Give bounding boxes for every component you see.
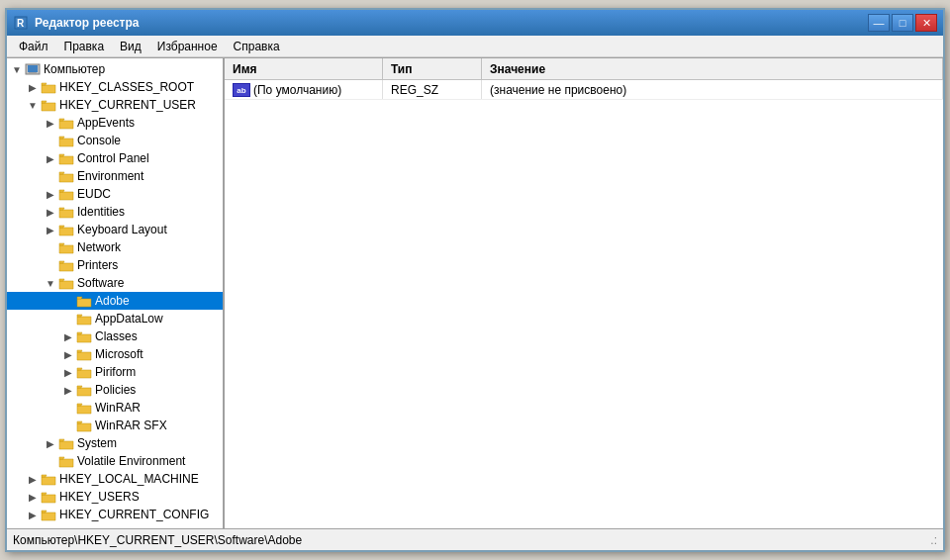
tree-label-keyboardlayout: Keyboard Layout: [77, 223, 167, 236]
tree-row-piriform[interactable]: ▶ Piriform: [7, 363, 223, 381]
folder-icon-winrar: [76, 401, 92, 415]
col-header-type: Тип: [383, 58, 482, 79]
tree-node-computer: ▼ Компьютер ▶: [7, 60, 223, 523]
detail-header: Имя Тип Значение: [225, 58, 943, 80]
folder-icon-controlpanel: [58, 151, 74, 165]
tree-row-classes[interactable]: ▶ Classes: [7, 327, 223, 345]
tree-row-network[interactable]: ▶ Network: [7, 238, 223, 256]
tree-row-identities[interactable]: ▶ Identities: [7, 203, 223, 221]
tree-row-hku[interactable]: ▶ HKEY_USERS: [7, 488, 223, 506]
folder-icon-microsoft: [76, 347, 92, 361]
menu-file[interactable]: Файл: [11, 36, 56, 56]
toggle-piriform[interactable]: ▶: [60, 364, 76, 380]
toggle-keyboardlayout[interactable]: ▶: [43, 222, 58, 237]
tree-row-computer[interactable]: ▼ Компьютер: [7, 60, 223, 78]
svg-text:R: R: [17, 18, 25, 29]
folder-icon-software: [58, 276, 74, 290]
tree-row-hkcc[interactable]: ▶ HKEY_CURRENT_CONFIG: [7, 506, 223, 523]
tree-row-eudc[interactable]: ▶ EUDC: [7, 185, 223, 203]
folder-icon-appdatalow: [76, 312, 92, 326]
folder-icon-volatile: [58, 454, 74, 468]
toggle-controlpanel[interactable]: ▶: [43, 150, 58, 166]
tree-row-microsoft[interactable]: ▶ Microsoft: [7, 345, 223, 363]
menu-favorites[interactable]: Избранное: [149, 36, 226, 56]
tree-row-winrarsfx[interactable]: ▶ WinRAR SFX: [7, 417, 223, 434]
status-right: .:: [930, 533, 937, 547]
tree-row-console[interactable]: ▶ Console: [7, 132, 223, 149]
folder-icon-appevents: [58, 116, 74, 130]
toggle-classes[interactable]: ▶: [60, 328, 76, 344]
folder-icon-hkcc: [41, 508, 56, 521]
main-content: ▼ Компьютер ▶: [7, 57, 943, 528]
tree-row-hkcr[interactable]: ▶ HKEY_CLASSES_ROOT: [7, 78, 223, 96]
toggle-identities[interactable]: ▶: [43, 204, 58, 220]
toggle-computer[interactable]: ▼: [9, 61, 25, 77]
tree-label-winrarsfx: WinRAR SFX: [95, 419, 167, 432]
toggle-hkcc[interactable]: ▶: [25, 507, 41, 522]
toggle-appevents[interactable]: ▶: [43, 115, 58, 131]
menubar: Файл Правка Вид Избранное Справка: [7, 36, 943, 57]
menu-help[interactable]: Справка: [226, 36, 288, 56]
folder-icon-network: [58, 240, 74, 254]
tree-row-winrar[interactable]: ▶ WinRAR: [7, 399, 223, 417]
tree-label-microsoft: Microsoft: [95, 347, 143, 361]
tree-label-hku: HKEY_USERS: [59, 490, 140, 504]
maximize-button[interactable]: □: [892, 14, 913, 32]
tree-label-hkcr: HKEY_CLASSES_ROOT: [59, 80, 194, 94]
tree-row-hkcu[interactable]: ▼ HKEY_CURRENT_USER: [7, 96, 223, 114]
toggle-hkcu[interactable]: ▼: [25, 97, 41, 113]
tree-row-volatile[interactable]: ▶ Volatile Environment: [7, 452, 223, 470]
svg-rect-3: [28, 65, 38, 72]
tree-label-hkcu: HKEY_CURRENT_USER: [59, 98, 196, 112]
tree-label-network: Network: [77, 240, 121, 254]
tree-label-adobe: Adobe: [95, 294, 130, 308]
tree-row-printers[interactable]: ▶ Printers: [7, 256, 223, 274]
tree-label-controlpanel: Control Panel: [77, 151, 149, 165]
close-button[interactable]: ✕: [915, 14, 937, 32]
tree-row-software[interactable]: ▼ Software: [7, 274, 223, 292]
toggle-microsoft[interactable]: ▶: [60, 346, 76, 362]
tree-row-system[interactable]: ▶ System: [7, 434, 223, 452]
tree-panel[interactable]: ▼ Компьютер ▶: [7, 58, 225, 528]
col-header-value: Значение: [482, 58, 943, 79]
tree-label-identities: Identities: [77, 205, 125, 219]
folder-icon-console: [58, 134, 74, 147]
detail-row-default[interactable]: ab (По умолчанию) REG_SZ (значение не пр…: [225, 80, 943, 100]
tree-label-hkcc: HKEY_CURRENT_CONFIG: [59, 508, 209, 521]
tree-row-controlpanel[interactable]: ▶ Control Panel: [7, 149, 223, 167]
folder-icon-hkcr: [41, 80, 56, 94]
tree-label-eudc: EUDC: [77, 187, 111, 201]
tree-label-console: Console: [77, 134, 121, 147]
tree-row-environment[interactable]: ▶ Environment: [7, 167, 223, 185]
menu-edit[interactable]: Правка: [56, 36, 113, 56]
toggle-hkcr[interactable]: ▶: [25, 79, 41, 95]
tree-row-hklm[interactable]: ▶ HKEY_LOCAL_MACHINE: [7, 470, 223, 488]
col-header-name: Имя: [225, 58, 383, 79]
tree-label-printers: Printers: [77, 258, 118, 272]
tree-row-policies[interactable]: ▶ Policies: [7, 381, 223, 399]
folder-icon-keyboardlayout: [58, 223, 74, 236]
svg-rect-4: [29, 72, 37, 74]
tree-label-system: System: [77, 436, 117, 450]
tree-label-classes: Classes: [95, 329, 138, 343]
tree-row-appdatalow[interactable]: ▶ AppDataLow: [7, 310, 223, 327]
toggle-eudc[interactable]: ▶: [43, 186, 58, 202]
tree-label-piriform: Piriform: [95, 365, 136, 379]
tree-label-hklm: HKEY_LOCAL_MACHINE: [59, 472, 199, 486]
minimize-button[interactable]: —: [868, 14, 890, 32]
toggle-hklm[interactable]: ▶: [25, 471, 41, 487]
tree-label-appevents: AppEvents: [77, 116, 135, 130]
tree-row-keyboardlayout[interactable]: ▶ Keyboard Layout: [7, 221, 223, 238]
status-bar: Компьютер\HKEY_CURRENT_USER\Software\Ado…: [7, 528, 943, 550]
cell-type-default: REG_SZ: [383, 80, 482, 99]
tree-row-adobe[interactable]: ▶ Adobe: [7, 292, 223, 310]
tree-row-appevents[interactable]: ▶ AppEvents: [7, 114, 223, 132]
menu-view[interactable]: Вид: [112, 36, 149, 56]
toggle-hku[interactable]: ▶: [25, 489, 41, 505]
tree-label-volatile: Volatile Environment: [77, 454, 185, 468]
folder-icon-printers: [58, 258, 74, 272]
toggle-system[interactable]: ▶: [43, 435, 58, 451]
tree-label-appdatalow: AppDataLow: [95, 312, 163, 326]
toggle-policies[interactable]: ▶: [60, 382, 76, 398]
toggle-software[interactable]: ▼: [43, 275, 58, 291]
